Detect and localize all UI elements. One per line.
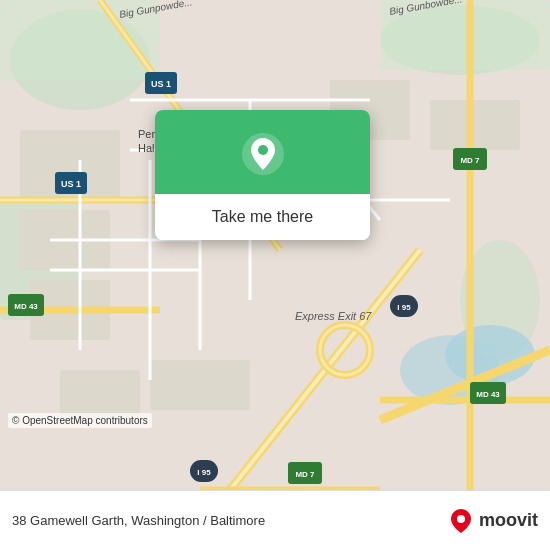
svg-text:US 1: US 1 [61,179,81,189]
address-text: 38 Gamewell Garth, Washington / Baltimor… [12,513,265,528]
moovit-logo: moovit [447,507,538,535]
moovit-wordmark: moovit [479,510,538,531]
svg-rect-12 [430,100,520,150]
popup-triangle [247,222,271,236]
svg-text:I 95: I 95 [397,303,411,312]
svg-text:MD 43: MD 43 [476,390,500,399]
location-pin-icon [241,132,285,176]
svg-text:US 1: US 1 [151,79,171,89]
svg-point-61 [457,515,465,523]
svg-rect-13 [150,360,250,410]
popup-green-header [155,110,370,194]
svg-text:I 95: I 95 [197,468,211,477]
svg-text:MD 7: MD 7 [295,470,315,479]
map-container: US 1 US 1 MD 43 MD 43 MD 7 MD 7 I 95 I 9… [0,0,550,490]
moovit-pin-icon [447,507,475,535]
osm-credit: © OpenStreetMap contributors [8,413,152,428]
popup-card: Take me there [155,110,370,240]
svg-text:MD 43: MD 43 [14,302,38,311]
bottom-bar: 38 Gamewell Garth, Washington / Baltimor… [0,490,550,550]
svg-point-60 [258,145,268,155]
svg-text:MD 7: MD 7 [460,156,480,165]
